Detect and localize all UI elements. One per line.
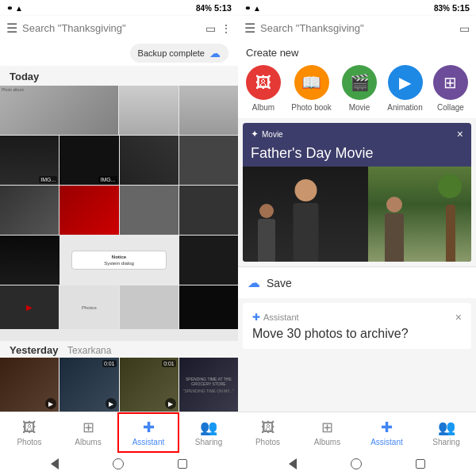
nav-albums-right[interactable]: ⊞ Albums xyxy=(298,412,357,453)
photo-cell-3-1[interactable] xyxy=(0,186,59,235)
create-collage[interactable]: ⊞ Collage xyxy=(433,65,468,112)
play-icon-2: ▶ xyxy=(106,398,117,409)
search-bar-left[interactable]: ☰ ▭ ⋮ xyxy=(0,16,238,40)
assistant-close-button[interactable]: × xyxy=(455,311,462,324)
assistant-icon-left: ✚ xyxy=(143,419,155,436)
signal-icon: ▲ xyxy=(15,4,23,13)
photo-cell-1-3[interactable] xyxy=(179,86,239,135)
animation-circle: ▶ xyxy=(388,65,423,100)
sparkle-icon: ✦ xyxy=(251,128,259,140)
nav-assistant-left[interactable]: ✚ Assistant xyxy=(117,412,179,453)
status-bar-left: ⚭ ▲ 84% 5:13 xyxy=(0,0,238,16)
grid-row-4: Notice System dialog xyxy=(0,236,238,285)
cast-icon-right[interactable]: ▭ xyxy=(459,22,470,35)
play-icon-3: ▶ xyxy=(165,398,176,409)
photo-cell-2-2[interactable]: IMG... xyxy=(60,136,118,185)
more-icon-left[interactable]: ⋮ xyxy=(221,22,232,35)
bottom-nav-left: 🖼 Photos ⊞ Albums ✚ Assistant 👥 Sharing xyxy=(0,412,238,453)
cloud-done-icon: ☁ xyxy=(209,47,221,59)
cloud-icon: ☁ xyxy=(248,275,260,290)
create-movie[interactable]: 🎬 Movie xyxy=(342,65,377,112)
create-photobook[interactable]: 📖 Photo book xyxy=(291,65,332,112)
photobook-circle: 📖 xyxy=(294,65,329,100)
home-button-right[interactable] xyxy=(351,458,362,469)
photo-cell-5-1[interactable]: ▶ xyxy=(0,285,59,329)
back-button-right[interactable] xyxy=(289,458,297,469)
home-button-left[interactable] xyxy=(113,458,124,469)
movie-type-label: ✦ Movie xyxy=(251,128,283,140)
menu-icon-right[interactable]: ☰ xyxy=(244,21,255,36)
photo-cell-5-4[interactable] xyxy=(179,285,238,329)
animation-label: Animation xyxy=(387,103,422,112)
photo-cell-5-3[interactable] xyxy=(120,285,178,329)
status-right: 84% 5:13 xyxy=(196,3,232,13)
movie-close-button[interactable]: × xyxy=(457,128,463,140)
photo-cell-3-2[interactable] xyxy=(60,186,118,235)
status-right-right: 83% 5:15 xyxy=(434,3,470,13)
search-input-right[interactable] xyxy=(260,22,455,34)
yesterday-photo-2[interactable]: 0:01 ▶ xyxy=(60,358,118,412)
search-bar-right[interactable]: ☰ ▭ xyxy=(238,16,476,40)
photobook-label: Photo book xyxy=(291,103,332,112)
assistant-label: ✚ Assistant xyxy=(252,312,299,323)
create-new-section: Create new 🖼 Album 📖 Photo book 🎬 Movie xyxy=(238,40,476,118)
movie-circle: 🎬 xyxy=(342,65,377,100)
photo-cell-2-1[interactable]: IMG... xyxy=(0,136,59,185)
photo-cell-4-3[interactable] xyxy=(179,236,239,285)
photo-cell-3-4[interactable] xyxy=(179,186,238,235)
nav-sharing-right[interactable]: 👥 Sharing xyxy=(416,412,476,453)
nav-photos-right[interactable]: 🖼 Photos xyxy=(238,412,298,453)
today-header: Today xyxy=(0,66,238,86)
yesterday-photo-3[interactable]: 0:01 ▶ xyxy=(120,358,178,412)
location-label: Texarkana xyxy=(67,345,111,356)
movie-label: Movie xyxy=(349,103,370,112)
backup-pill: Backup complete ☁ xyxy=(130,44,228,63)
photo-cell-3-3[interactable] xyxy=(120,186,178,235)
duration-label: IMG... xyxy=(39,176,57,183)
yesterday-photo-1[interactable]: ▶ xyxy=(0,358,59,412)
photo-cell-4-1[interactable] xyxy=(0,236,60,285)
battery-percent-left: 84% xyxy=(196,4,212,13)
photo-cell-1-2[interactable] xyxy=(119,86,178,135)
grid-row-5: ▶ Photos xyxy=(0,285,238,329)
recents-button-right[interactable] xyxy=(416,459,425,469)
photobook-icon: 📖 xyxy=(301,73,321,92)
album-circle: 🖼 xyxy=(246,65,281,100)
create-new-title: Create new xyxy=(246,47,468,59)
yesterday-photos-row: ▶ 0:01 ▶ 0:01 ▶ SPENDING TIME AT THE GRO… xyxy=(0,358,238,412)
movie-card-header: ✦ Movie × xyxy=(243,123,471,145)
create-animation[interactable]: ▶ Animation xyxy=(387,65,422,112)
nav-sharing-left[interactable]: 👥 Sharing xyxy=(179,412,238,453)
movie-thumbnail xyxy=(243,167,471,262)
backup-label: Backup complete xyxy=(138,48,205,58)
cast-icon-left[interactable]: ▭ xyxy=(205,22,216,35)
assistant-card-header: ✚ Assistant × xyxy=(252,311,462,324)
menu-icon-left[interactable]: ☰ xyxy=(6,21,17,36)
photos-icon-right: 🖼 xyxy=(261,419,275,436)
yesterday-photo-4[interactable]: SPENDING TIME AT THE GROCERY STORE "SPEN… xyxy=(179,358,238,412)
recents-button-left[interactable] xyxy=(178,459,187,469)
photo-cell-4-2[interactable]: Notice System dialog xyxy=(60,236,178,285)
nav-albums-left[interactable]: ⊞ Albums xyxy=(59,412,117,453)
nav-assistant-right[interactable]: ✚ Assistant xyxy=(357,412,416,453)
nav-photos-left[interactable]: 🖼 Photos xyxy=(0,412,59,453)
bluetooth-icon-right: ⚭ xyxy=(244,4,251,13)
movie-title: Father's Day Movie xyxy=(243,145,471,167)
status-left-right: ⚭ ▲ xyxy=(244,4,261,13)
movie-card: ✦ Movie × Father's Day Movie xyxy=(243,123,471,262)
photo-cell-2-3[interactable] xyxy=(120,136,178,185)
time-right: 5:15 xyxy=(452,3,470,13)
save-row[interactable]: ☁ Save xyxy=(238,266,476,298)
photo-cell-1-1[interactable]: Photo album xyxy=(0,86,118,135)
create-album[interactable]: 🖼 Album xyxy=(246,65,281,112)
albums-icon-right: ⊞ xyxy=(321,419,333,436)
create-icons-row: 🖼 Album 📖 Photo book 🎬 Movie ▶ xyxy=(246,65,468,112)
assistant-question: Move 30 photos to archive? xyxy=(252,327,462,341)
photo-cell-5-2[interactable]: Photos xyxy=(60,285,118,329)
search-input-left[interactable] xyxy=(22,22,201,34)
left-phone-screen: ⚭ ▲ 84% 5:13 ☰ ▭ ⋮ Backup complete ☁ Tod… xyxy=(0,0,238,475)
save-label[interactable]: Save xyxy=(267,277,292,289)
collage-circle: ⊞ xyxy=(433,65,468,100)
back-button-left[interactable] xyxy=(51,458,59,469)
photo-cell-2-4[interactable] xyxy=(179,136,238,185)
